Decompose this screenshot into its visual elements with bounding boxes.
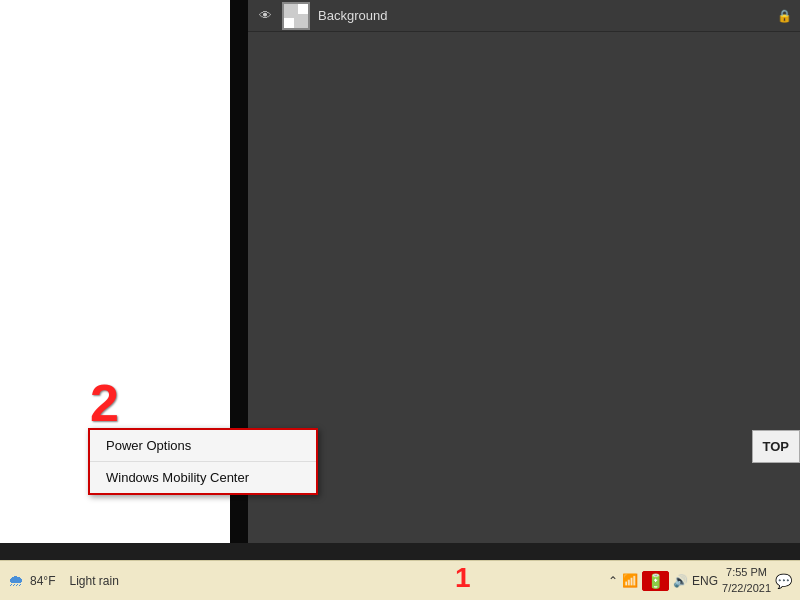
panels-area: 👁 Background 🔒 — [248, 0, 800, 543]
main-workspace: 👁 Background 🔒 2 TOP Power Options Windo… — [0, 0, 800, 543]
tray-expand-icon[interactable]: ⌃ — [608, 574, 618, 588]
volume-icon[interactable]: 🔊 — [673, 574, 688, 588]
context-menu: Power Options Windows Mobility Center — [88, 428, 318, 495]
taskbar-temperature: 84°F — [30, 574, 55, 588]
clock-time: 7:55 PM — [722, 565, 771, 580]
wifi-icon[interactable]: 📶 — [622, 573, 638, 588]
language-indicator[interactable]: ENG — [692, 574, 718, 588]
clock-date: 7/22/2021 — [722, 581, 771, 596]
system-tray: ⌃ 📶 🔋 🔊 ENG 7:55 PM 7/22/2021 💬 — [608, 565, 792, 596]
visibility-eye-icon[interactable]: 👁 — [256, 7, 274, 25]
context-menu-item-mobility-center[interactable]: Windows Mobility Center — [90, 461, 316, 493]
context-menu-item-power-options[interactable]: Power Options — [90, 430, 316, 461]
weather-icon: 🌧 — [8, 572, 24, 590]
battery-indicator[interactable]: 🔋 — [642, 571, 669, 591]
battery-icon: 🔋 — [647, 573, 664, 589]
taskbar: 🌧 84°F Light rain ⌃ 📶 🔋 🔊 ENG 7:55 PM 7/… — [0, 560, 800, 600]
layer-item[interactable]: 👁 Background 🔒 — [248, 0, 800, 32]
taskbar-weather-condition: Light rain — [69, 574, 118, 588]
top-button[interactable]: TOP — [752, 430, 801, 463]
lock-icon: 🔒 — [777, 9, 792, 23]
system-clock[interactable]: 7:55 PM 7/22/2021 — [722, 565, 771, 596]
notification-icon[interactable]: 💬 — [775, 573, 792, 589]
annotation-2: 2 — [90, 373, 119, 433]
layers-body — [248, 32, 800, 543]
layer-name-label: Background — [318, 8, 769, 23]
annotation-1: 1 — [455, 562, 471, 594]
layer-thumbnail — [282, 2, 310, 30]
